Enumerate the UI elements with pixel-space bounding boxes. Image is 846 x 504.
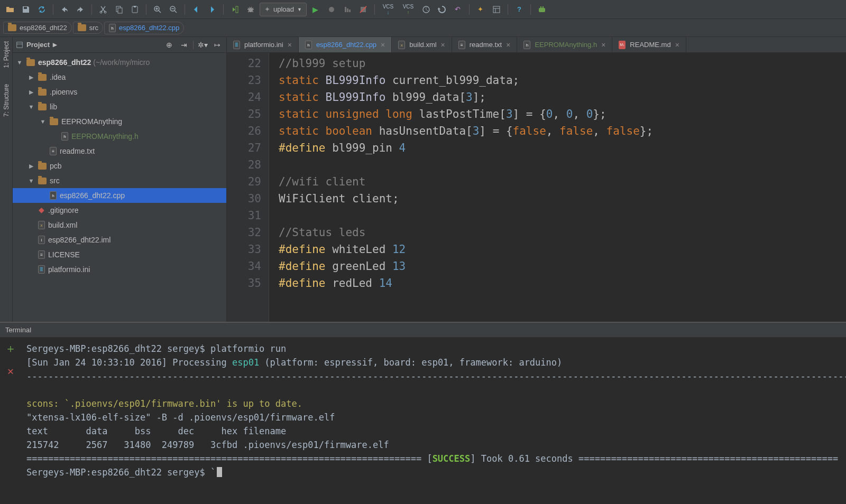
run-config-combo[interactable]: ✦ upload ▼ xyxy=(260,3,307,16)
sync-icon[interactable] xyxy=(35,3,49,16)
build-icon[interactable] xyxy=(228,3,242,16)
tree-node[interactable]: ▼src xyxy=(13,173,226,188)
code-content[interactable]: //bl999 setupstatic BL999Info current_bl… xyxy=(269,53,846,322)
side-tab-structure[interactable]: 7: Structure xyxy=(3,84,10,117)
close-icon[interactable]: × xyxy=(381,41,385,49)
tree-node[interactable]: ▶≡readme.txt xyxy=(13,144,226,158)
svg-rect-18 xyxy=(17,42,23,48)
paste-icon[interactable] xyxy=(128,3,142,16)
tree-node-label: .pioenvs xyxy=(50,88,77,96)
tree-node[interactable]: ▶≡LICENSE xyxy=(13,247,226,262)
svg-rect-9 xyxy=(236,6,238,13)
zoom-in-icon[interactable] xyxy=(151,3,164,16)
vcs-history-icon[interactable] xyxy=(419,3,433,16)
separator xyxy=(185,4,185,15)
editor-tab[interactable]: xbuild.xml× xyxy=(392,37,452,52)
open-icon[interactable] xyxy=(3,3,17,16)
close-icon[interactable]: × xyxy=(506,41,510,49)
tree-node[interactable]: ▶xbuild.xml xyxy=(13,218,226,232)
locate-icon[interactable]: ⊕ xyxy=(163,39,175,51)
hide-icon[interactable]: ↦ xyxy=(212,39,223,51)
zoom-out-icon[interactable] xyxy=(167,3,180,16)
separator xyxy=(508,4,508,15)
folder-icon xyxy=(38,163,47,170)
tree-node-label: lib xyxy=(50,102,57,111)
vcs-undo-icon[interactable]: ↶ xyxy=(451,3,465,16)
run-icon[interactable]: ▶ xyxy=(309,3,323,16)
crumb-label: src xyxy=(89,24,98,32)
folder-icon xyxy=(38,74,47,81)
crumb-src[interactable]: src xyxy=(73,22,103,34)
close-icon[interactable]: × xyxy=(601,41,605,49)
tool-icon-2[interactable] xyxy=(490,3,503,16)
nav-back-icon[interactable] xyxy=(189,3,203,16)
main-area: 1: Project 7: Structure Project ▶ ⊕ ⇥ ✲▾… xyxy=(0,37,846,322)
gear-icon[interactable]: ✲▾ xyxy=(197,39,208,51)
redo-icon[interactable] xyxy=(73,3,87,16)
side-tab-project[interactable]: 1: Project xyxy=(3,41,10,68)
file-icon: M↓ xyxy=(619,41,626,49)
project-tree[interactable]: ▼esp8266_dht22 (~/work/my/micro▶.idea▶.p… xyxy=(13,53,226,322)
file-icon: x xyxy=(38,221,45,229)
tree-root[interactable]: ▼esp8266_dht22 (~/work/my/micro xyxy=(13,55,226,70)
tree-node[interactable]: ▶hEEPROMAnything.h xyxy=(13,129,226,144)
plugin-icon[interactable] xyxy=(535,3,549,16)
terminal-output[interactable]: Sergeys-MBP:esp8266_dht22 sergey$ platfo… xyxy=(21,338,846,504)
tree-node[interactable]: ▼EEPROMAnything xyxy=(13,114,226,129)
tree-node-label: LICENSE xyxy=(48,250,80,259)
code-editor[interactable]: 2223242526272829303132333435 //bl999 set… xyxy=(227,53,846,322)
close-terminal-icon[interactable]: ✕ xyxy=(7,364,14,378)
vcs-commit-icon[interactable]: VCS↑ xyxy=(399,3,417,16)
editor-tab[interactable]: M↓README.md× xyxy=(612,37,686,52)
undo-icon[interactable] xyxy=(58,3,71,16)
nav-forward-icon[interactable] xyxy=(205,3,219,16)
editor-tab[interactable]: ≣platformio.ini× xyxy=(227,37,299,52)
file-icon: ◆ xyxy=(38,206,45,214)
vcs-revert-icon[interactable] xyxy=(435,3,449,16)
tree-node[interactable]: ▶◆.gitignore xyxy=(13,203,226,218)
cut-icon[interactable] xyxy=(96,3,110,16)
coverage-icon[interactable] xyxy=(341,3,354,16)
collapse-icon[interactable]: ⇥ xyxy=(178,39,190,51)
close-icon[interactable]: × xyxy=(288,41,292,49)
folder-icon xyxy=(38,104,47,110)
svg-point-10 xyxy=(249,8,253,12)
separator xyxy=(146,4,146,15)
tree-node[interactable]: ▶≣platformio.ini xyxy=(13,262,226,277)
tool-icon-1[interactable]: ✦ xyxy=(474,3,488,16)
editor-tab[interactable]: hesp8266_dht22.cpp× xyxy=(299,37,392,52)
copy-icon[interactable] xyxy=(112,3,126,16)
tree-node[interactable]: ▶iesp8266_dht22.iml xyxy=(13,232,226,247)
tree-node[interactable]: ▼lib xyxy=(13,99,226,114)
stop-icon[interactable] xyxy=(356,3,370,16)
tree-node[interactable]: ▶hesp8266_dht22.cpp xyxy=(13,188,226,203)
crumb-root[interactable]: esp8266_dht22 xyxy=(3,22,72,34)
editor-tab-label: build.xml xyxy=(409,41,436,49)
help-icon[interactable]: ? xyxy=(512,3,526,16)
vcs-update-icon[interactable]: VCS↓ xyxy=(379,3,397,16)
file-icon: h xyxy=(61,132,68,141)
save-icon[interactable] xyxy=(19,3,33,16)
close-icon[interactable]: × xyxy=(441,41,445,49)
debug-icon[interactable] xyxy=(325,3,338,16)
bug-icon[interactable] xyxy=(244,3,258,16)
side-tab-label: 1: Project xyxy=(3,41,10,68)
new-terminal-icon[interactable]: ＋ xyxy=(5,342,16,356)
chevron-down-icon: ▼ xyxy=(297,7,302,12)
tree-node[interactable]: ▶pcb xyxy=(13,158,226,173)
crumb-file[interactable]: h esp8266_dht22.cpp xyxy=(104,22,184,34)
tree-node[interactable]: ▶.pioenvs xyxy=(13,85,226,99)
tree-node[interactable]: ▶.idea xyxy=(13,70,226,85)
separator xyxy=(530,4,531,15)
folder-icon xyxy=(38,89,47,96)
editor-area: ≣platformio.ini×hesp8266_dht22.cpp×xbuil… xyxy=(227,37,846,322)
editor-tab-label: README.md xyxy=(630,41,670,49)
editor-tab-label: EEPROMAnything.h xyxy=(535,41,597,49)
editor-tab[interactable]: ≡readme.txt× xyxy=(452,37,518,52)
terminal-header[interactable]: Terminal xyxy=(0,323,846,338)
close-icon[interactable]: × xyxy=(675,41,679,49)
project-panel-title: Project ▶ xyxy=(16,41,57,49)
svg-rect-6 xyxy=(134,6,136,7)
editor-tab[interactable]: hEEPROMAnything.h× xyxy=(517,37,612,52)
tree-node-label: EEPROMAnything.h xyxy=(71,132,139,141)
